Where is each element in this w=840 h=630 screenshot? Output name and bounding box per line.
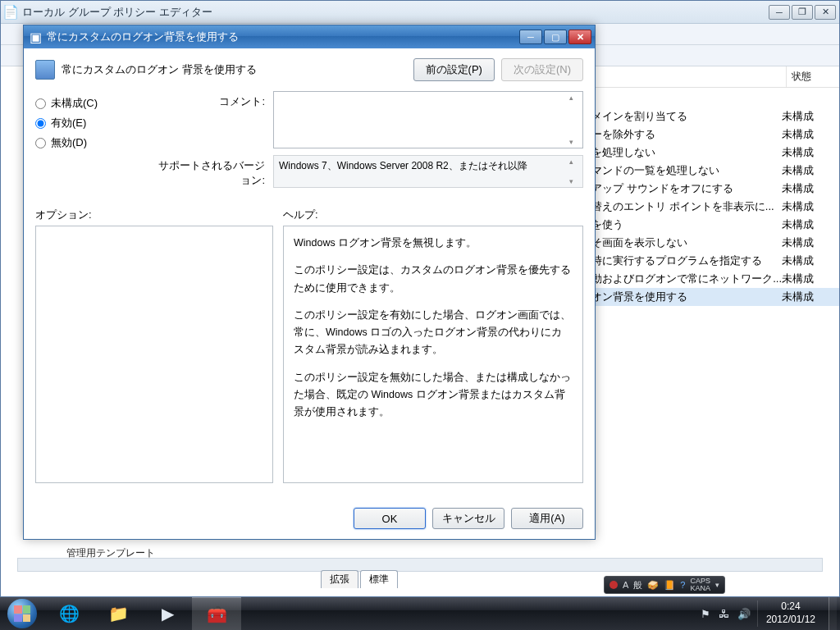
policy-row-name: ーを除外する [588, 127, 782, 142]
help-paragraph: このポリシー設定を無効にした場合、または構成しなかった場合、既定の Window… [294, 369, 573, 422]
apply-button[interactable]: 適用(A) [511, 508, 583, 529]
clock-date: 2012/01/12 [766, 614, 815, 627]
tab-standard[interactable]: 標準 [360, 570, 398, 588]
ime-input-mode[interactable]: A [623, 580, 628, 590]
ime-options-icon[interactable]: ▾ [715, 581, 719, 589]
taskbar-explorer[interactable]: 📁 [94, 597, 143, 630]
radio-enabled[interactable]: 有効(E) [35, 116, 134, 130]
policy-list-row[interactable]: アップ サウンドをオフにする未構成 [583, 180, 839, 198]
help-paragraph: Windows ログオン背景を無視します。 [294, 235, 573, 252]
dialog-title: 常にカスタムのログオン背景を使用する [47, 30, 518, 44]
policy-list-row[interactable]: を処理しない未構成 [583, 144, 839, 162]
policy-row-state: 未構成 [782, 163, 834, 178]
ime-record-icon [609, 581, 618, 589]
view-tabs: 拡張 標準 [321, 570, 397, 588]
taskbar[interactable]: 🌐 📁 ▶ 🧰 ⚑ 🖧 🔊 0:24 2012/01/12 [0, 597, 840, 630]
column-state[interactable]: 状態 [787, 66, 839, 87]
policy-row-name: を処理しない [588, 145, 782, 160]
policy-setting-dialog: ▣ 常にカスタムのログオン背景を使用する ─ ▢ ✕ 常にカスタムのログオン 背… [23, 25, 596, 540]
policy-list-row[interactable]: 動およびログオンで常にネットワーク...未構成 [583, 270, 839, 288]
list-header[interactable]: 状態 [583, 66, 839, 88]
radio-not-configured-label: 未構成(C) [51, 96, 98, 111]
radio-enabled-label: 有効(E) [51, 116, 86, 130]
help-panel: Windows ログオン背景を無視します。 このポリシー設定は、カスタムのログオ… [283, 226, 583, 483]
policy-list-row[interactable]: マンドの一覧を処理しない未構成 [583, 162, 839, 180]
options-label: オプション: [35, 208, 273, 222]
ime-help-icon[interactable]: ? [680, 580, 685, 590]
ok-button[interactable]: OK [354, 508, 426, 529]
comment-textarea[interactable]: ▴▾ [273, 91, 583, 148]
policy-row-state: 未構成 [782, 217, 834, 232]
comment-scrollbar[interactable]: ▴▾ [569, 94, 581, 146]
supported-scrollbar[interactable]: ▴▾ [569, 158, 581, 185]
policy-list[interactable]: 状態 メインを割り当てる未構成ーを除外する未構成を処理しない未構成マンドの一覧を… [583, 66, 839, 547]
previous-setting-button[interactable]: 前の設定(P) [413, 58, 495, 81]
ime-caps-kana[interactable]: CAPSKANA [690, 578, 710, 592]
policy-list-row[interactable]: 時に実行するプログラムを指定する未構成 [583, 252, 839, 270]
taskbar-media-player[interactable]: ▶ [143, 597, 192, 630]
help-paragraph: このポリシー設定は、カスタムのログオン背景を優先するために使用できます。 [294, 262, 573, 297]
radio-enabled-input[interactable] [35, 118, 46, 129]
tab-extended[interactable]: 拡張 [321, 570, 358, 588]
supported-label: サポートされるバージョン: [150, 155, 273, 188]
comment-label: コメント: [150, 91, 273, 148]
policy-name: 常にカスタムのログオン 背景を使用する [62, 62, 413, 77]
policy-row-state: 未構成 [782, 181, 834, 196]
policy-row-state: 未構成 [782, 290, 834, 304]
policy-row-state: 未構成 [782, 145, 834, 160]
taskbar-ie[interactable]: 🌐 [44, 597, 94, 630]
dialog-minimize-button[interactable]: ─ [519, 30, 542, 44]
policy-icon [35, 60, 55, 80]
system-tray: ⚑ 🖧 🔊 0:24 2012/01/12 [699, 597, 840, 630]
radio-disabled-label: 無効(D) [51, 135, 87, 150]
radio-not-configured-input[interactable] [35, 98, 46, 109]
ime-pad-icon[interactable]: 📙 [664, 580, 675, 591]
radio-not-configured[interactable]: 未構成(C) [35, 96, 134, 111]
policy-list-row[interactable]: メインを割り当てる未構成 [583, 107, 839, 126]
ime-tool-icon[interactable]: 🥪 [647, 580, 659, 591]
close-button[interactable]: ✕ [815, 5, 836, 20]
dialog-icon: ▣ [29, 30, 42, 43]
policy-row-state: 未構成 [782, 272, 834, 286]
policy-row-name: を使う [588, 217, 782, 232]
policy-list-row[interactable]: そ画面を表示しない未構成 [583, 234, 839, 252]
tray-volume-icon[interactable]: 🔊 [736, 608, 752, 620]
minimize-button[interactable]: ─ [769, 5, 790, 20]
windows-logo-icon [7, 599, 37, 628]
radio-disabled[interactable]: 無効(D) [35, 135, 134, 150]
supported-text: Windows 7、Windows Server 2008 R2、またはそれ以降… [273, 155, 583, 188]
policy-list-row[interactable]: を使う未構成 [583, 216, 839, 234]
dialog-maximize-button[interactable]: ▢ [544, 30, 567, 44]
start-button[interactable] [0, 597, 44, 630]
radio-disabled-input[interactable] [35, 138, 46, 148]
policy-row-name: メインを割り当てる [588, 109, 782, 124]
cancel-button[interactable]: キャンセル [432, 508, 504, 529]
dialog-titlebar[interactable]: ▣ 常にカスタムのログオン背景を使用する ─ ▢ ✕ [24, 25, 595, 48]
policy-list-row[interactable]: ーを除外する未構成 [583, 126, 839, 144]
tray-flag-icon[interactable]: ⚑ [699, 608, 712, 620]
help-paragraph: このポリシー設定を有効にした場合、ログオン画面では、常に、Windows ロゴの… [294, 307, 573, 359]
parent-titlebar[interactable]: 📄 ローカル グループ ポリシー エディター ─ ❐ ✕ [1, 1, 839, 24]
policy-row-state: 未構成 [782, 199, 834, 214]
policy-row-state: 未構成 [782, 235, 834, 250]
maximize-button[interactable]: ❐ [792, 5, 813, 20]
taskbar-mmc[interactable]: 🧰 [192, 597, 241, 630]
taskbar-clock[interactable]: 0:24 2012/01/12 [757, 600, 824, 626]
parent-title: ローカル グループ ポリシー エディター [22, 5, 769, 20]
dialog-close-button[interactable]: ✕ [568, 30, 591, 44]
policy-row-name: そ画面を表示しない [588, 235, 782, 250]
policy-list-row[interactable]: 替えのエントリ ポイントを非表示に...未構成 [583, 198, 839, 216]
policy-list-row[interactable]: オン背景を使用する未構成 [583, 288, 839, 306]
options-panel[interactable] [35, 226, 273, 483]
h-scrollbar[interactable] [17, 558, 823, 572]
policy-row-name: 替えのエントリ ポイントを非表示に... [588, 199, 782, 214]
show-desktop-button[interactable] [829, 597, 837, 630]
policy-row-name: 動およびログオンで常にネットワーク... [588, 272, 782, 286]
clock-time: 0:24 [766, 600, 815, 614]
policy-row-name: オン背景を使用する [588, 290, 782, 304]
tray-network-icon[interactable]: 🖧 [717, 608, 731, 620]
policy-row-name: 時に実行するプログラムを指定する [588, 253, 782, 268]
ime-language-bar[interactable]: A 般 🥪 📙 ? CAPSKANA ▾ [604, 576, 725, 594]
ime-conversion-mode[interactable]: 般 [633, 579, 642, 591]
policy-row-name: アップ サウンドをオフにする [588, 181, 782, 196]
